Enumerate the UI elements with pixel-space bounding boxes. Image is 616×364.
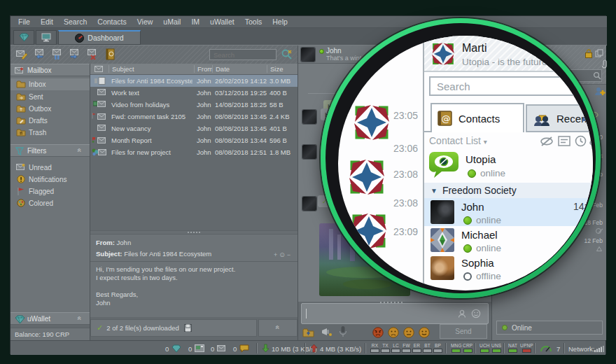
menu-umail[interactable]: uMail (163, 18, 181, 26)
mail-row[interactable]: Fwd: comment task 2105 John 08/08/2018 1… (90, 111, 298, 122)
menu-file[interactable]: File (18, 18, 30, 26)
address-book-icon[interactable] (106, 48, 115, 60)
menu-uwallet[interactable]: uWallet (210, 18, 234, 26)
contact-status: online (480, 168, 505, 178)
reply-all-mail-icon[interactable] (51, 49, 64, 60)
lock-icon[interactable] (584, 49, 593, 58)
menu-search[interactable]: Search (64, 18, 87, 26)
tab-dashboard[interactable]: Dashboard (58, 30, 141, 45)
mail-from: John (197, 136, 211, 144)
mail-row[interactable]: Files for Anti 1984 Ecosystem John 26/02… (90, 75, 298, 87)
contact-list-selector[interactable]: Contact List ▾ (429, 135, 487, 146)
mail-row[interactable]: New vacancy John 08/08/2018 13:45 401 B (90, 122, 298, 134)
save-icon[interactable] (184, 324, 192, 332)
collapse-uwallet-icon[interactable]: « (76, 316, 83, 321)
menu-im[interactable]: IM (191, 18, 200, 26)
menu-bar: File Edit Search Contacts View uMail IM … (10, 16, 607, 28)
sidebar-item-sent[interactable]: Sent (10, 91, 90, 103)
contact-card-icon[interactable] (558, 136, 570, 146)
col-from[interactable]: From (194, 65, 213, 73)
sidebar-mailbox-header[interactable]: Mailbox (10, 64, 90, 76)
mention-contact-icon[interactable] (457, 309, 467, 318)
col-date[interactable]: Date (212, 65, 267, 73)
pending-icon (596, 246, 602, 251)
mail-row[interactable]: Month Report John 08/08/2018 13:44 596 B (90, 134, 298, 146)
tab-contacts-label: Contacts (458, 113, 500, 125)
mail-date: 03/12/2018 19:25 (215, 89, 267, 97)
col-size[interactable]: Size (267, 65, 298, 73)
menu-help[interactable]: Help (272, 18, 288, 26)
tab-dashboard-mini[interactable] (36, 30, 57, 45)
sidebar-item-unread[interactable]: Unread (10, 162, 90, 174)
emoji-happy-icon[interactable] (419, 327, 430, 338)
copy-id-icon[interactable] (595, 49, 603, 58)
led-uns: UNS (491, 343, 501, 353)
sidebar-item-drafts[interactable]: Drafts (10, 115, 90, 127)
inbox-folder-icon (16, 80, 26, 88)
mail-row[interactable]: Files for new project John 08/08/2018 12… (90, 146, 298, 158)
mail-search-icon[interactable] (281, 48, 293, 61)
chat-message-input[interactable] (301, 303, 489, 324)
broadcast-icon[interactable] (321, 327, 333, 337)
history-clock-icon[interactable] (575, 135, 587, 147)
mail-count-icon (217, 345, 226, 352)
contact-group-header[interactable]: ▼ Freedom Society (424, 183, 593, 198)
emoji-neutral-icon[interactable] (403, 327, 414, 338)
sidebar-filters-header[interactable]: Filters « (10, 144, 90, 157)
connection-status-box[interactable]: Online (496, 321, 603, 335)
mail-date: 08/08/2018 12:51 (215, 148, 267, 156)
emoji-picker-icon[interactable] (471, 309, 481, 318)
mail-row[interactable]: Video from holidays John 14/08/2018 18:2… (90, 99, 298, 111)
forward-mail-icon[interactable] (69, 49, 82, 60)
balance-value: Balance: 190 CRP (15, 330, 69, 338)
sidebar-item-notifications[interactable]: Notifications (10, 174, 90, 186)
collapse-filters-icon[interactable]: « (76, 148, 83, 153)
preview-zoom-controls[interactable]: +⊙− (274, 251, 293, 258)
menu-edit[interactable]: Edit (41, 18, 53, 26)
privacy-eye-green-icon[interactable] (589, 136, 593, 147)
emoji-angry-icon[interactable] (372, 327, 384, 338)
attachments-expand[interactable]: « (258, 319, 298, 337)
mail-row[interactable]: Work text John 03/12/2018 19:25 400 B (90, 87, 298, 99)
sidebar-item-inbox[interactable]: Inbox (10, 78, 90, 90)
group-name: Freedom Society (442, 185, 517, 196)
tab-contacts[interactable]: @ Contacts (430, 103, 524, 132)
contact-avatar-sophia (430, 256, 454, 280)
tab-uwallet[interactable] (13, 30, 34, 45)
mail-size: 3.0 MB (270, 77, 290, 85)
reply-mail-icon[interactable] (34, 49, 47, 60)
voice-message-icon[interactable] (339, 326, 347, 338)
menu-contacts[interactable]: Contacts (97, 18, 126, 26)
menu-tools[interactable]: Tools (245, 18, 262, 26)
add-contact-icon[interactable] (594, 86, 606, 98)
sidebar-item-flagged[interactable]: Flagged (10, 186, 90, 197)
mail-size: 400 B (270, 89, 287, 97)
contact-last-time: 14:10 (573, 201, 593, 212)
mail-search-input[interactable] (209, 49, 276, 60)
add-contact-button[interactable] (580, 106, 593, 124)
compose-mail-icon[interactable] (16, 49, 29, 60)
envelope-icon (97, 125, 106, 132)
drafts-folder-icon (16, 116, 26, 125)
magnifier-ring: 23:05 23:06 23:08 23:08 23:09 Marti Utop… (326, 23, 596, 293)
contact-search-input[interactable]: Search (429, 76, 593, 96)
sidebar-item-outbox[interactable]: Outbox (10, 103, 90, 115)
mail-date: 26/02/2019 14:12 (215, 77, 267, 85)
preview-body-line: I expect results in two days. (96, 274, 178, 281)
photo-envelope-icon (93, 101, 106, 108)
profile-status-message: Utopia - is the future (462, 57, 547, 67)
sidebar-item-colored[interactable]: Colored (10, 197, 90, 209)
monitor-icon (41, 33, 51, 42)
send-file-icon[interactable] (302, 328, 315, 337)
profile-avatar[interactable] (430, 41, 456, 67)
send-button[interactable]: Send (440, 324, 487, 339)
message-time: 23:09 (393, 226, 418, 237)
col-subject[interactable]: Subject (108, 65, 195, 73)
menu-view[interactable]: View (137, 18, 153, 26)
paperclip-icon[interactable] (601, 59, 608, 69)
hidden-contacts-icon[interactable] (540, 136, 554, 147)
sidebar-item-trash[interactable]: Trash (10, 127, 90, 139)
uwallet-section[interactable]: uWallet « (10, 312, 90, 325)
emoji-sad-icon[interactable] (388, 327, 399, 338)
delete-mail-icon[interactable] (86, 49, 99, 60)
